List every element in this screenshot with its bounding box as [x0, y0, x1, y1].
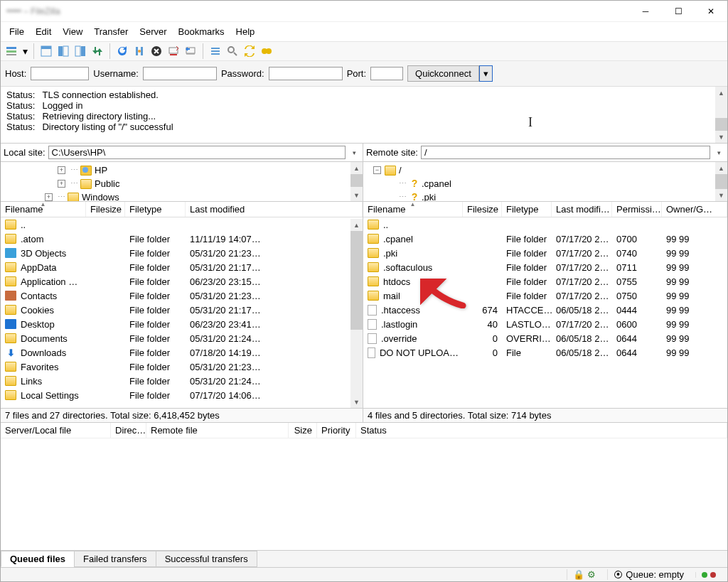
- list-item[interactable]: .lastlogin40LASTLO…07/17/20 2…060099 99: [363, 317, 727, 331]
- q-col-direction[interactable]: Direc…: [111, 423, 146, 438]
- menu-bookmarks[interactable]: Bookmarks: [173, 23, 230, 40]
- remote-path-input[interactable]: [421, 146, 710, 159]
- list-item[interactable]: DocumentsFile folder05/31/20 21:24…: [1, 331, 363, 345]
- col-filesize[interactable]: Filesize: [463, 202, 502, 217]
- list-item[interactable]: Application …File folder06/23/20 23:15…: [1, 274, 363, 289]
- maximize-button[interactable]: ☐: [662, 1, 695, 22]
- tab-queued-files[interactable]: Queued files: [1, 551, 75, 567]
- close-button[interactable]: ✕: [695, 1, 727, 22]
- remote-path-dropdown[interactable]: ▾: [713, 149, 724, 156]
- log-scrollbar[interactable]: ▲ ▼: [715, 87, 727, 143]
- menu-transfer[interactable]: Transfer: [88, 23, 134, 40]
- remote-file-list[interactable]: ▲Filename Filesize Filetype Last modifi……: [363, 202, 727, 408]
- col-lastmodified[interactable]: Last modified: [186, 202, 363, 217]
- tab-successful-transfers[interactable]: Successful transfers: [156, 551, 257, 567]
- col-permissions[interactable]: Permissi…: [612, 202, 662, 217]
- local-list-scrollbar[interactable]: ▲▼: [350, 219, 363, 408]
- local-path-dropdown[interactable]: ▾: [348, 149, 360, 156]
- queue-body[interactable]: [1, 438, 727, 550]
- col-filetype[interactable]: Filetype: [502, 202, 552, 217]
- local-path-input[interactable]: [48, 146, 346, 159]
- q-col-status[interactable]: Status: [356, 423, 727, 438]
- list-item[interactable]: .htaccess674HTACCE…06/05/18 2…044499 99: [363, 303, 727, 317]
- tree-node[interactable]: ⋯?.cpanel: [368, 177, 727, 190]
- list-item[interactable]: DO NOT UPLOA…0File06/05/18 2…064499 99: [363, 345, 727, 360]
- tree-node[interactable]: ⋯?.pki: [368, 190, 727, 202]
- window-title: ••••• – FileZilla: [6, 6, 629, 16]
- col-owner[interactable]: Owner/G…: [662, 202, 727, 217]
- list-item[interactable]: LinksFile folder05/31/20 21:24…: [1, 374, 363, 388]
- toggle-remote-tree-button[interactable]: [73, 43, 88, 59]
- status-label: Status:: [6, 122, 42, 132]
- host-input[interactable]: [31, 67, 89, 80]
- list-item[interactable]: htdocsFile folder07/17/20 2…075599 99: [363, 274, 727, 289]
- q-col-priority[interactable]: Priority: [317, 423, 356, 438]
- tree-label: HP: [95, 163, 107, 177]
- list-item[interactable]: 3D ObjectsFile folder05/31/20 21:23…: [1, 246, 363, 260]
- list-item[interactable]: ContactsFile folder05/31/20 21:23…: [1, 289, 363, 303]
- lock-icon[interactable]: 🔒: [573, 569, 584, 580]
- list-item[interactable]: .atomFile folder11/11/19 14:07…: [1, 232, 363, 246]
- menu-view[interactable]: View: [57, 23, 88, 40]
- site-manager-button[interactable]: [4, 43, 19, 59]
- list-item[interactable]: Local SettingsFile folder07/17/20 14:06…: [1, 388, 363, 402]
- menu-file[interactable]: File: [4, 23, 30, 40]
- col-filesize[interactable]: Filesize: [86, 202, 125, 217]
- list-item[interactable]: CookiesFile folder05/31/20 21:17…: [1, 303, 363, 317]
- sync-browse-button[interactable]: [242, 43, 257, 59]
- svg-point-9: [138, 50, 141, 53]
- tree-node[interactable]: +⋯HP: [5, 163, 363, 177]
- list-item[interactable]: .pkiFile folder07/17/20 2…074099 99: [363, 246, 727, 260]
- port-label: Port:: [347, 68, 366, 79]
- menu-help[interactable]: Help: [230, 23, 261, 40]
- list-item[interactable]: FavoritesFile folder05/31/20 21:23…: [1, 360, 363, 374]
- search-button[interactable]: [225, 43, 240, 59]
- toggle-local-tree-button[interactable]: [55, 43, 71, 59]
- tree-node[interactable]: −/: [368, 163, 727, 177]
- q-col-server[interactable]: Server/Local file: [1, 423, 111, 438]
- minimize-button[interactable]: ─: [629, 1, 662, 22]
- local-file-list[interactable]: ▲Filename Filesize Filetype Last modifie…: [1, 202, 363, 408]
- list-item[interactable]: mailFile folder07/17/20 2…075099 99: [363, 289, 727, 303]
- quickconnect-button[interactable]: Quickconnect: [407, 65, 479, 82]
- filter-button[interactable]: [208, 43, 223, 59]
- list-item[interactable]: ..: [1, 217, 363, 232]
- password-input[interactable]: [269, 67, 343, 80]
- gear-icon[interactable]: ⚙: [587, 569, 596, 580]
- list-item[interactable]: .softaculousFile folder07/17/20 2…071199…: [363, 260, 727, 274]
- remote-tree[interactable]: −/⋯?.cpanel⋯?.pki ▲▼: [363, 162, 727, 202]
- col-filetype[interactable]: Filetype: [125, 202, 186, 217]
- col-filename[interactable]: ▲Filename: [363, 202, 463, 217]
- col-filename[interactable]: ▲Filename: [1, 202, 86, 217]
- q-col-size[interactable]: Size: [289, 423, 317, 438]
- local-tree-scrollbar[interactable]: ▲▼: [350, 162, 363, 201]
- list-item[interactable]: DesktopFile folder06/23/20 23:41…: [1, 317, 363, 331]
- toggle-log-button[interactable]: [38, 43, 54, 59]
- tree-node[interactable]: +⋯Public: [5, 177, 363, 190]
- list-item[interactable]: .override0OVERRI…06/05/18 2…064499 99: [363, 331, 727, 345]
- menu-edit[interactable]: Edit: [30, 23, 57, 40]
- q-col-remote[interactable]: Remote file: [146, 423, 289, 438]
- col-lastmodified[interactable]: Last modifi…: [552, 202, 612, 217]
- tab-failed-transfers[interactable]: Failed transfers: [74, 551, 156, 567]
- cancel-button[interactable]: [149, 43, 164, 59]
- disconnect-button[interactable]: [166, 43, 181, 59]
- reconnect-button[interactable]: [183, 43, 198, 59]
- list-item[interactable]: AppDataFile folder05/31/20 21:17…: [1, 260, 363, 274]
- menu-server[interactable]: Server: [134, 23, 172, 40]
- list-item[interactable]: ⬇DownloadsFile folder07/18/20 14:19…: [1, 345, 363, 360]
- refresh-button[interactable]: [114, 43, 130, 59]
- queue-status-text: Queue: empty: [626, 569, 684, 580]
- tree-node[interactable]: +⋯Windows: [5, 190, 363, 202]
- compare-button[interactable]: [259, 43, 274, 59]
- remote-tree-scrollbar[interactable]: ▲▼: [715, 162, 727, 201]
- list-item[interactable]: .cpanelFile folder07/17/20 2…070099 99: [363, 232, 727, 246]
- username-input[interactable]: [143, 67, 217, 80]
- site-manager-dropdown[interactable]: ▾: [21, 43, 29, 59]
- local-tree[interactable]: +⋯HP+⋯Public+⋯Windows ▲▼: [1, 162, 363, 202]
- list-item[interactable]: ..: [363, 217, 727, 232]
- process-queue-button[interactable]: [132, 43, 147, 59]
- quickconnect-dropdown[interactable]: ▾: [479, 65, 493, 82]
- port-input[interactable]: [370, 67, 403, 80]
- toggle-queue-button[interactable]: [90, 43, 105, 59]
